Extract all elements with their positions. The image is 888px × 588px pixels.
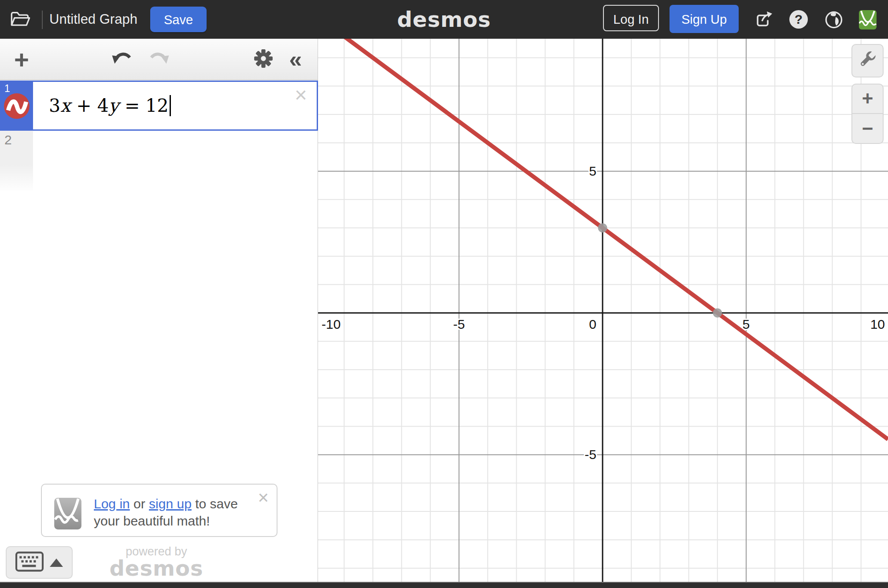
show-keypad-button[interactable] [6, 546, 73, 579]
undo-button[interactable] [109, 39, 136, 80]
open-graph-button[interactable] [10, 10, 31, 29]
delete-expression-button[interactable]: × [295, 85, 307, 105]
x-tick-label: -10 [322, 317, 340, 331]
intercept-point[interactable] [713, 309, 722, 318]
zoom-in-button[interactable]: + [852, 85, 883, 114]
language-button[interactable] [824, 10, 844, 30]
question-icon: ? [795, 12, 803, 26]
intercept-point[interactable] [598, 223, 607, 232]
log-in-button[interactable]: Log In [603, 5, 659, 31]
callout-tail-text: to save [192, 496, 238, 511]
undo-icon [111, 50, 134, 69]
topbar-divider [42, 11, 43, 29]
sign-up-link[interactable]: sign up [149, 496, 192, 511]
login-callout-text: Log in or sign up to save your beautiful… [94, 495, 239, 529]
expression-math: 3x + 4y = 12 [49, 95, 169, 116]
x-tick-label: 0 [589, 317, 596, 331]
expression-2-index: 2 [4, 132, 12, 147]
hide-expression-list-button[interactable]: « [282, 39, 309, 84]
globe-icon [824, 24, 844, 31]
redo-button[interactable] [145, 39, 172, 80]
expression-panel: + [0, 39, 318, 588]
help-button[interactable]: ? [789, 10, 808, 29]
expression-1-input[interactable]: 3x + 4y = 12 [33, 82, 317, 129]
redo-icon [147, 50, 170, 69]
folder-icon [10, 23, 31, 30]
zoom-control: + − [851, 84, 884, 144]
save-button[interactable]: Save [150, 7, 207, 32]
expression-toolbar: + [0, 39, 318, 80]
expression-1-gutter[interactable]: 1 [1, 82, 33, 129]
login-callout: Log in or sign up to save your beautiful… [41, 484, 278, 537]
x-tick-label: 5 [743, 317, 750, 331]
desmos-gray-icon [54, 498, 81, 529]
x-tick-label: 10 [870, 317, 885, 331]
expression-row-2[interactable]: 2 [0, 131, 33, 192]
add-icon: + [14, 45, 29, 74]
callout-line2: your beautiful math! [94, 514, 210, 528]
share-button[interactable] [754, 10, 773, 30]
gear-icon [253, 48, 274, 70]
graph-paper[interactable]: -10-505105-5 [318, 39, 888, 588]
keyboard-icon [15, 551, 44, 573]
share-icon [754, 24, 773, 31]
curve-style-icon[interactable] [3, 92, 30, 120]
top-bar: Untitled Graph Save desmos Log In Sign U… [0, 0, 888, 39]
graph-settings-button[interactable] [250, 39, 277, 80]
desmos-green-icon [859, 23, 877, 31]
x-tick-label: -5 [453, 317, 465, 331]
caret-up-icon [50, 559, 63, 567]
collapse-chevrons-icon: « [289, 46, 302, 73]
text-cursor [170, 95, 171, 116]
callout-or-text: or [130, 496, 149, 511]
powered-by-text: powered by [57, 545, 255, 559]
bottom-edge [0, 582, 888, 588]
powered-by-brand: desmos [57, 556, 255, 581]
y-tick-label: 5 [589, 164, 596, 178]
wrench-icon [858, 50, 878, 72]
expression-row-1[interactable]: 1 3x + 4y = 12 × [0, 81, 318, 131]
graph-title: Untitled Graph [49, 0, 137, 39]
desmos-app: Untitled Graph Save desmos Log In Sign U… [0, 0, 888, 588]
zoom-out-button[interactable]: − [852, 114, 883, 143]
account-button[interactable] [859, 10, 878, 30]
powered-by-watermark: powered by desmos [57, 545, 255, 581]
graph-settings-wrench-button[interactable] [851, 44, 884, 77]
y-tick-label: -5 [585, 447, 596, 462]
log-in-link[interactable]: Log in [94, 496, 130, 511]
sign-up-button[interactable]: Sign Up [670, 5, 739, 33]
add-expression-button[interactable]: + [8, 39, 35, 83]
dismiss-callout-button[interactable]: × [258, 487, 269, 508]
graph-canvas[interactable]: -10-505105-5 [318, 39, 888, 588]
